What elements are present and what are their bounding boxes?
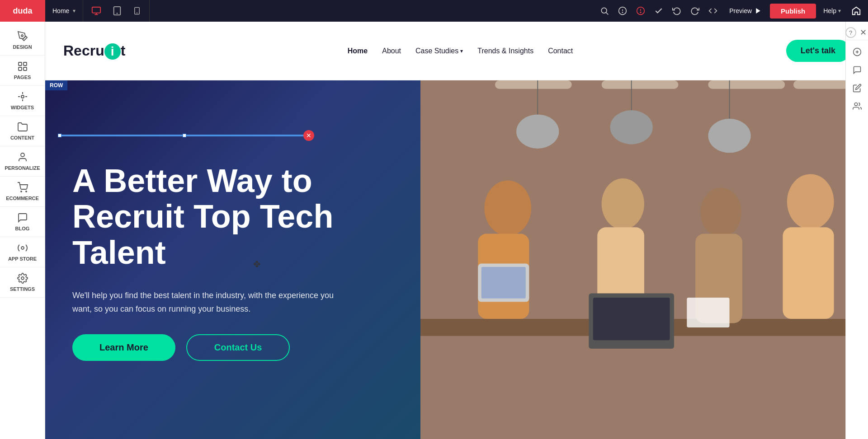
page-selector-chevron: ▾ — [73, 8, 75, 14]
svg-point-59 — [854, 103, 858, 106]
sidebar-item-blog[interactable]: BLOG — [0, 207, 45, 237]
sidebar-item-app-store[interactable]: APP STORE — [0, 237, 45, 267]
right-panel-edit-icon[interactable] — [849, 80, 865, 96]
sidebar-widgets-label: WIDGETS — [11, 105, 34, 110]
duda-logo[interactable]: duda — [0, 0, 45, 22]
hero-title-line2: Recruit Top Tech — [72, 198, 333, 234]
svg-point-49 — [787, 174, 834, 229]
mobile-icon[interactable] — [130, 3, 144, 19]
right-panel-comment-icon[interactable] — [849, 62, 865, 78]
sidebar-item-design[interactable]: DESIGN — [0, 25, 45, 56]
nav-case-studies-label: Case Studies — [415, 47, 458, 55]
publish-button[interactable]: Publish — [770, 4, 816, 19]
handle-top-left[interactable] — [58, 134, 61, 137]
text-selection-box[interactable]: ✕ — [59, 135, 310, 136]
toolbar: duda Home ▾ — [0, 0, 868, 22]
svg-point-30 — [21, 277, 24, 280]
check-icon[interactable] — [651, 3, 667, 19]
search-icon[interactable] — [596, 3, 613, 19]
svg-point-26 — [21, 153, 24, 157]
svg-point-29 — [21, 247, 24, 249]
sidebar-settings-label: SETTINGS — [10, 286, 35, 292]
svg-rect-50 — [783, 227, 834, 319]
comment-icon[interactable] — [632, 3, 649, 19]
nav-about[interactable]: About — [382, 47, 401, 55]
sidebar-item-personalize[interactable]: PERSONALIZE — [0, 146, 45, 177]
svg-rect-20 — [24, 67, 27, 70]
help-button[interactable]: Help ▾ — [818, 5, 846, 17]
right-panel-help-icon[interactable]: ? — [845, 27, 856, 38]
handle-top-middle[interactable] — [183, 134, 186, 137]
sidebar-item-pages[interactable]: PAGES — [0, 56, 45, 86]
tablet-icon[interactable] — [109, 3, 125, 19]
contact-us-button[interactable]: Contact Us — [186, 334, 290, 361]
nav-trends[interactable]: Trends & Insights — [477, 47, 533, 55]
svg-point-21 — [21, 95, 24, 98]
sidebar-personalize-label: PERSONALIZE — [5, 165, 40, 171]
nav-home[interactable]: Home — [348, 47, 368, 55]
svg-rect-52 — [593, 298, 670, 340]
svg-point-47 — [700, 188, 741, 237]
hero-left: ROW ✕ A Better Way to Recruit Top Tech T… — [45, 80, 420, 439]
sidebar-ecommerce-label: ECOMMERCE — [6, 196, 39, 201]
nav-contact[interactable]: Contact — [548, 47, 573, 55]
hero-background-image — [420, 80, 868, 439]
site-nav: Home About Case Studies ▾ Trends & Insig… — [143, 47, 777, 55]
desktop-icon[interactable] — [89, 3, 104, 19]
hero-title[interactable]: A Better Way to Recruit Top Tech Talent — [72, 159, 398, 275]
website-preview: Recruit Home About Case Studies ▾ Trends… — [45, 22, 868, 439]
sidebar-content-label: CONTENT — [10, 135, 34, 140]
right-panel: ? ✕ — [845, 22, 868, 439]
home-icon[interactable] — [848, 3, 864, 19]
sidebar-item-content[interactable]: CONTENT — [0, 116, 45, 146]
preview-button[interactable]: Preview — [723, 5, 768, 17]
hero-right — [420, 80, 868, 439]
help-label: Help — [823, 7, 836, 14]
sidebar: DESIGN PAGES WIDGETS CONTENT PERSONALIZE — [0, 22, 45, 439]
svg-rect-32 — [495, 80, 572, 89]
lets-talk-button[interactable]: Let's talk — [786, 40, 850, 62]
nav-case-studies-chevron: ▾ — [460, 48, 463, 54]
sidebar-design-label: DESIGN — [13, 44, 32, 50]
row-label: ROW — [45, 80, 67, 90]
site-header: Recruit Home About Case Studies ▾ Trends… — [45, 22, 868, 80]
logo-text-end: t — [121, 42, 126, 59]
page-selector[interactable]: Home ▾ — [45, 0, 83, 22]
svg-point-27 — [21, 191, 22, 192]
sidebar-item-widgets[interactable]: WIDGETS — [0, 86, 45, 116]
svg-rect-55 — [687, 298, 729, 327]
nav-case-studies[interactable]: Case Studies ▾ — [415, 47, 463, 55]
svg-rect-34 — [708, 80, 785, 89]
right-panel-close-icon[interactable]: ✕ — [858, 27, 868, 38]
svg-point-7 — [602, 8, 607, 13]
redo-icon[interactable] — [687, 3, 703, 19]
svg-point-38 — [708, 119, 750, 153]
code-icon[interactable] — [705, 3, 721, 19]
site-logo: Recruit — [63, 42, 125, 60]
undo-icon[interactable] — [669, 3, 685, 19]
svg-rect-0 — [92, 7, 100, 13]
info-icon[interactable] — [614, 3, 631, 19]
svg-point-37 — [610, 110, 653, 144]
sidebar-pages-label: PAGES — [14, 75, 31, 80]
svg-point-43 — [484, 181, 531, 236]
hero-buttons: Learn More Contact Us — [72, 334, 398, 361]
learn-more-button[interactable]: Learn More — [72, 334, 175, 361]
preview-label: Preview — [729, 7, 752, 14]
svg-point-28 — [26, 191, 27, 192]
svg-rect-54 — [481, 267, 526, 299]
sidebar-blog-label: BLOG — [15, 226, 30, 231]
svg-point-45 — [602, 178, 644, 229]
sidebar-item-settings[interactable]: SETTINGS — [0, 267, 45, 298]
right-panel-person-icon[interactable] — [849, 98, 865, 114]
svg-point-36 — [516, 114, 559, 148]
hero-section: ROW ✕ A Better Way to Recruit Top Tech T… — [45, 80, 868, 439]
hero-title-line1: A Better Way to — [72, 163, 312, 199]
selection-close-button[interactable]: ✕ — [303, 130, 314, 141]
help-question-mark: ? — [849, 29, 852, 36]
svg-point-16 — [21, 35, 23, 37]
right-panel-add-icon[interactable] — [849, 44, 865, 60]
page-selector-label: Home — [52, 7, 69, 14]
sidebar-item-ecommerce[interactable]: ECOMMERCE — [0, 177, 45, 207]
toolbar-actions: Preview Publish Help ▾ — [593, 3, 868, 19]
